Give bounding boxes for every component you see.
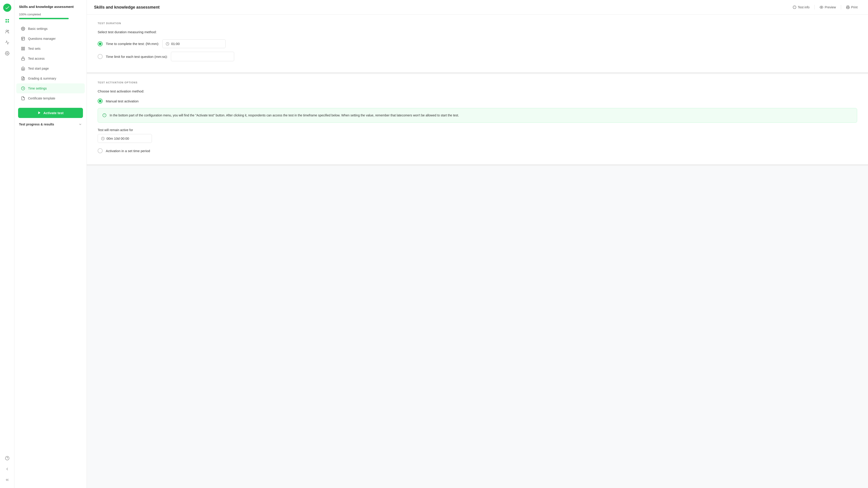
svg-rect-16: [24, 49, 25, 50]
svg-rect-2: [5, 21, 7, 23]
nav-icon-users[interactable]: [3, 27, 12, 36]
progress-section: 100% completed: [14, 13, 87, 24]
home-icon: [21, 66, 25, 71]
nav-icon-settings[interactable]: [3, 49, 12, 58]
settings-icon: [21, 26, 25, 31]
sidebar-item-label-test-access: Test access: [28, 57, 44, 60]
manual-activation-info-box: In the bottom part of the configuration …: [98, 108, 857, 123]
activation-option-2-row: Activation in a set time period: [98, 148, 857, 153]
test-activation-desc: Choose test activation method:: [98, 89, 857, 93]
clock-icon: [21, 86, 25, 91]
test-duration-section: TEST DURATION Select test duration measu…: [87, 15, 868, 74]
svg-rect-1: [7, 19, 9, 21]
sidebar-item-label-grading: Grading & summary: [28, 77, 56, 80]
info-icon: [102, 113, 106, 118]
print-button[interactable]: Print: [843, 4, 861, 11]
duration-option-1-label: Time to complete the test: (hh:mm):: [106, 42, 159, 45]
test-activation-title: TEST ACTIVATION OPTIONS: [98, 81, 857, 84]
certificate-icon: [21, 96, 25, 100]
test-progress-section-header[interactable]: Test progress & results: [14, 118, 87, 128]
sidebar-item-test-access[interactable]: Test access: [16, 54, 85, 63]
sidebar-item-grading[interactable]: Grading & summary: [16, 73, 85, 83]
topbar: Skills and knowledge assessment Test inf…: [87, 0, 868, 15]
activation-option-1-row: Manual test activation: [98, 98, 857, 103]
sidebar-item-label-time: Time settings: [28, 87, 47, 90]
activation-option-1-radio[interactable]: [98, 98, 103, 103]
active-for-input[interactable]: 00m 10d 00:00: [98, 134, 152, 143]
svg-rect-14: [24, 47, 25, 48]
duration-option-1-row: Time to complete the test: (hh:mm): 01:0…: [98, 39, 857, 48]
progress-fill: [19, 18, 69, 19]
duration-option-2-row: Time limit for each test question (mm:ss…: [98, 52, 857, 61]
svg-point-25: [821, 7, 822, 8]
sidebar-item-test-start-page[interactable]: Test start page: [16, 63, 85, 73]
lock-icon: [21, 56, 25, 61]
active-for-value: 00m 10d 00:00: [106, 136, 129, 140]
active-for-section: Test will remain active for 00m 10d 00:0…: [98, 128, 857, 143]
sidebar: Skills and knowledge assessment 100% com…: [14, 0, 87, 488]
duration-option-2-label: Time limit for each test question (mm:ss…: [106, 55, 168, 59]
sidebar-item-questions-manager[interactable]: Questions manager: [16, 34, 85, 43]
sidebar-item-label-certificate: Certificate template: [28, 96, 55, 100]
test-sets-icon: [21, 46, 25, 51]
sidebar-item-label-basic-settings: Basic settings: [28, 27, 48, 31]
preview-button[interactable]: Preview: [816, 4, 839, 11]
sidebar-item-basic-settings[interactable]: Basic settings: [16, 24, 85, 34]
activation-option-2-radio[interactable]: [98, 148, 103, 153]
time-complete-input[interactable]: 01:00: [162, 39, 225, 48]
main-content: Skills and knowledge assessment Test inf…: [87, 0, 868, 488]
page-title: Skills and knowledge assessment: [94, 5, 160, 10]
progress-bar: [19, 18, 69, 19]
activation-option-1-label: Manual test activation: [106, 99, 138, 103]
duration-option-2-radio[interactable]: [98, 54, 103, 59]
test-info-button[interactable]: Test info: [789, 4, 813, 11]
nav-icon-help[interactable]: [3, 454, 12, 463]
nav-icon-dashboard[interactable]: [3, 16, 12, 25]
grading-icon: [21, 76, 25, 81]
svg-rect-15: [22, 49, 23, 50]
content-area: TEST DURATION Select test duration measu…: [87, 15, 868, 166]
nav-icon-back[interactable]: [3, 464, 12, 474]
activation-option-2-label: Activation in a set time period: [106, 149, 150, 153]
sidebar-app-title: Skills and knowledge assessment: [14, 4, 87, 13]
info-box-text: In the bottom part of the configuration …: [110, 113, 459, 118]
icon-bar: [0, 0, 14, 488]
sidebar-item-certificate[interactable]: Certificate template: [16, 93, 85, 103]
nav-icon-collapse[interactable]: [3, 475, 12, 484]
topbar-actions: Test info Preview Print: [789, 4, 861, 11]
svg-rect-17: [22, 58, 25, 60]
progress-label: 100% completed: [19, 13, 82, 16]
test-activation-section: TEST ACTIVATION OPTIONS Choose test acti…: [87, 74, 868, 166]
svg-marker-21: [38, 112, 40, 114]
svg-point-5: [7, 30, 8, 31]
time-complete-value: 01:00: [171, 42, 180, 45]
svg-rect-13: [22, 47, 23, 48]
topbar-divider-1: [814, 5, 815, 9]
app-logo[interactable]: [3, 4, 11, 12]
sidebar-item-time-settings[interactable]: Time settings: [16, 83, 85, 93]
activate-test-button[interactable]: Activate test: [18, 108, 83, 118]
svg-rect-3: [7, 21, 9, 23]
sidebar-item-label-start-page: Test start page: [28, 67, 49, 70]
duration-option-1-radio[interactable]: [98, 41, 103, 46]
questions-icon: [21, 36, 25, 41]
time-question-input[interactable]: [171, 52, 234, 61]
test-duration-desc: Select test duration measuring method:: [98, 30, 857, 34]
test-duration-title: TEST DURATION: [98, 22, 857, 25]
svg-point-6: [6, 53, 8, 54]
svg-rect-0: [5, 19, 7, 21]
active-for-label: Test will remain active for: [98, 128, 857, 132]
svg-point-4: [6, 30, 7, 32]
nav-icon-reports[interactable]: [3, 38, 12, 47]
sidebar-item-label-test-sets: Test sets: [28, 47, 40, 51]
svg-rect-10: [22, 37, 25, 40]
svg-rect-26: [847, 7, 849, 8]
svg-point-9: [23, 28, 24, 29]
sidebar-item-test-sets[interactable]: Test sets: [16, 43, 85, 54]
sidebar-item-label-questions: Questions manager: [28, 37, 56, 40]
